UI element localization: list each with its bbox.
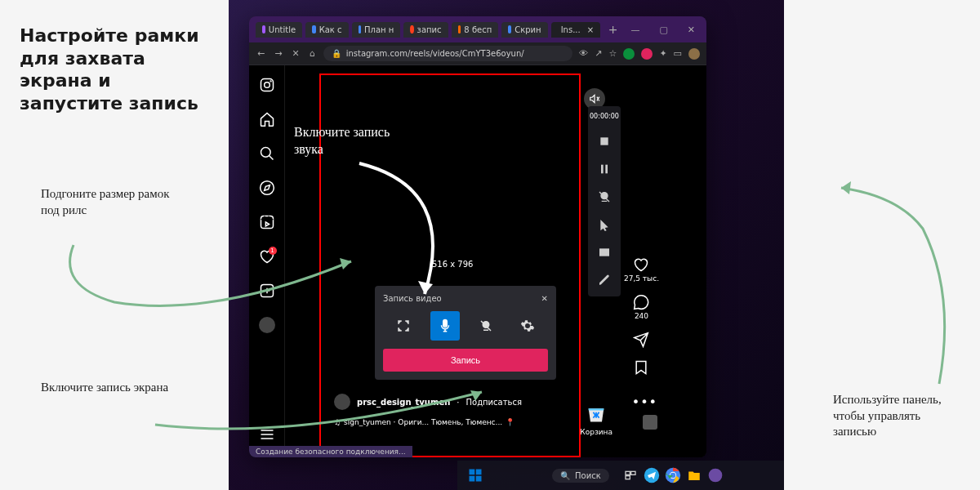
browser-tab[interactable]: 8 бесп	[452, 22, 499, 38]
svg-rect-10	[600, 137, 608, 145]
svg-rect-12	[605, 165, 608, 174]
close-icon[interactable]: ✕	[541, 294, 548, 303]
create-icon[interactable]	[259, 283, 275, 302]
svg-rect-15	[470, 470, 475, 475]
stop-button[interactable]	[591, 128, 617, 154]
profile-avatar[interactable]	[688, 48, 700, 60]
minimize-button[interactable]: —	[626, 23, 644, 37]
url-field[interactable]: 🔒 instagram.com/reels/videos/CmYT3e6oyun…	[323, 46, 573, 61]
svg-rect-20	[630, 471, 635, 474]
instagram-logo-icon[interactable]	[259, 77, 275, 96]
search-icon: 🔍	[560, 471, 570, 480]
instagram-sidebar: 1	[249, 65, 285, 457]
svg-point-2	[270, 81, 271, 82]
frame-button[interactable]	[591, 239, 617, 265]
maximize-button[interactable]: ▢	[654, 23, 672, 37]
incognito-icon[interactable]: 👁	[579, 48, 588, 59]
browser-titlebar: Untitle Как с План н запис 8 бесп Скрин …	[249, 16, 706, 42]
svg-point-1	[264, 82, 270, 88]
adblock-icon[interactable]	[623, 48, 635, 60]
profile-icon[interactable]	[259, 317, 275, 333]
browser-tab-active[interactable]: Ins...×	[551, 22, 600, 38]
post-author: prsc_design_tyumen · Подписаться	[334, 394, 522, 410]
back-button[interactable]: ←	[256, 47, 266, 60]
svg-rect-21	[626, 476, 630, 479]
webcam-off-button[interactable]	[591, 184, 617, 210]
cursor-button[interactable]	[591, 212, 617, 238]
audio-thumbnail[interactable]	[643, 415, 657, 430]
bookmarks-icon[interactable]: ▭	[674, 48, 682, 59]
settings-tool[interactable]	[513, 311, 542, 341]
annotation-enable-audio: Включите запись звука	[294, 124, 416, 158]
browser-tab[interactable]: запис	[403, 22, 448, 38]
svg-point-3	[261, 148, 270, 158]
svg-rect-19	[626, 471, 630, 474]
instruction-title: Настройте рамки для захвата экрана и зап…	[20, 24, 199, 114]
record-panel-title: Запись видео	[383, 294, 442, 303]
explorer-icon[interactable]	[684, 466, 704, 485]
home-icon[interactable]	[259, 111, 275, 131]
start-record-button[interactable]: Запись	[383, 349, 548, 372]
svg-point-26	[708, 469, 722, 483]
more-options-button[interactable]: •••	[632, 394, 657, 410]
explore-icon[interactable]	[259, 180, 275, 199]
browser-window: Untitle Как с План н запис 8 бесп Скрин …	[249, 16, 706, 457]
extension-icon[interactable]	[641, 48, 653, 60]
webcam-tool[interactable]	[471, 311, 501, 341]
record-video-panel: Запись видео ✕ Запись	[375, 286, 556, 380]
annotation-use-panel: Используйте панель, чтобы управлять запи…	[833, 392, 947, 440]
search-icon[interactable]	[259, 145, 275, 165]
home-button[interactable]: ⌂	[308, 47, 317, 60]
like-button[interactable]: 27,5 тыс.	[624, 256, 659, 283]
microphone-tool[interactable]	[430, 311, 460, 341]
app-icon[interactable]	[706, 466, 725, 485]
new-tab-button[interactable]: +	[604, 23, 623, 36]
pause-button[interactable]	[591, 156, 617, 182]
reels-icon[interactable]	[259, 214, 275, 234]
menu-icon[interactable]	[259, 426, 275, 446]
author-username[interactable]: prsc_design_tyumen	[357, 398, 450, 407]
share-button[interactable]	[633, 332, 649, 348]
annotation-enable-screen: Включите запись экрана	[41, 380, 180, 396]
windows-taskbar: 🔍Поиск ⌃ ▮ ⌨ ☁ 📶 🔊 🔋 18:06 15.01.2023	[457, 461, 784, 490]
browser-tab[interactable]: План н	[352, 22, 401, 38]
comment-button[interactable]: 240	[633, 294, 649, 320]
browser-tab[interactable]: Untitle	[256, 22, 302, 38]
browser-tab[interactable]: Скрин	[501, 22, 547, 38]
recording-control-panel: 00:00:00	[588, 106, 621, 296]
taskbar-search[interactable]: 🔍Поиск	[552, 469, 609, 483]
star-icon[interactable]: ☆	[609, 48, 617, 59]
taskview-icon[interactable]	[621, 466, 640, 485]
svg-rect-5	[261, 216, 273, 229]
audio-info[interactable]: ♫ sign_tyumen · Ориги... Тюмень, Тюменс.…	[334, 418, 514, 426]
author-avatar[interactable]	[334, 394, 350, 410]
desktop-wallpaper: Untitle Как с План н запис 8 бесп Скрин …	[229, 0, 784, 490]
annotation-adjust-frame: Подгоните размер рамок под рилс	[41, 186, 172, 218]
stop-button[interactable]: ✕	[290, 47, 301, 60]
subscribe-button[interactable]: Подписаться	[466, 398, 522, 407]
browser-tab[interactable]: Как с	[305, 22, 349, 38]
telegram-icon[interactable]	[642, 466, 662, 485]
share-icon[interactable]: ↗	[595, 48, 602, 59]
recycle-bin[interactable]: Корзина	[580, 400, 612, 436]
svg-rect-11	[601, 165, 604, 174]
save-button[interactable]	[633, 359, 649, 376]
svg-rect-18	[476, 476, 482, 482]
browser-extensions: 👁 ↗ ☆ ✦ ▭	[579, 48, 700, 60]
arrow-4	[825, 180, 956, 392]
capture-size-label: 516 x 796	[432, 260, 473, 269]
forward-button[interactable]: →	[273, 47, 283, 60]
notifications-icon[interactable]: 1	[259, 248, 275, 268]
puzzle-icon[interactable]: ✦	[659, 48, 666, 59]
chrome-icon[interactable]	[663, 466, 683, 485]
browser-status: Создание безопасного подключения...	[249, 446, 412, 457]
reels-actions: 27,5 тыс. 240	[624, 256, 659, 376]
recycle-bin-icon	[583, 400, 609, 426]
svg-rect-17	[470, 476, 475, 482]
svg-rect-16	[476, 470, 482, 475]
close-window-button[interactable]: ✕	[683, 23, 700, 37]
start-button[interactable]	[466, 466, 485, 485]
browser-addressbar: ← → ✕ ⌂ 🔒 instagram.com/reels/videos/CmY…	[249, 42, 706, 65]
fullscreen-tool[interactable]	[389, 311, 418, 341]
pen-button[interactable]	[591, 267, 617, 293]
